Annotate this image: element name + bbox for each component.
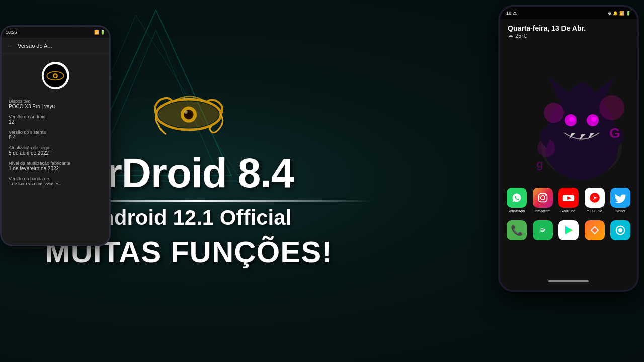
app-ytstudio-label: YT Studio [587, 209, 602, 213]
info-dispositivo-value: POCO X3 Pro | vayu [9, 104, 102, 109]
phone2-temperature: 25°C [515, 33, 528, 39]
phone1-time: 18:25 [6, 30, 17, 35]
app-twitter-wrap[interactable]: Twitter [609, 188, 632, 213]
info-security-label: Atualização de segu... [9, 145, 102, 150]
app-instagram-icon[interactable] [533, 188, 553, 208]
phone2-datetime: Quarta-feira, 13 De Abr. ☁ 25°C [500, 19, 637, 41]
app-phone-icon[interactable]: 📞 [507, 220, 527, 240]
info-security: Atualização de segu... 5 de abril de 202… [9, 145, 102, 156]
info-manufacturer: Nível da atualização fabricante 1 de fev… [9, 161, 102, 171]
main-title: crDroid 8.4 [84, 152, 293, 194]
phone1-logo-area [2, 54, 109, 95]
phone2-time: 18:25 [506, 11, 518, 16]
info-system-value: 8.4 [9, 135, 102, 140]
app-playstore-wrap[interactable] [557, 220, 580, 242]
svg-point-22 [569, 117, 574, 122]
app-twitter-icon[interactable] [610, 188, 630, 208]
info-security-value: 5 de abril de 2022 [9, 150, 102, 156]
app-whatsapp-icon[interactable] [507, 188, 527, 208]
app-whatsapp-wrap[interactable]: WhatsApp [505, 188, 528, 213]
phone2-screen: G g 18:25 ⚙ 🔔 📶 🔋 Quarta-feira, 13 De Ab… [500, 7, 637, 290]
app-four-wrap[interactable] [583, 220, 606, 242]
svg-text:G: G [609, 125, 620, 141]
info-dispositivo: Dispositivo POCO X3 Pro | vayu [9, 99, 102, 109]
info-dispositivo-label: Dispositivo [9, 99, 102, 104]
info-system: Versão do sistema 8.4 [9, 130, 102, 140]
app-spotify-icon[interactable] [533, 220, 553, 240]
app-row-1: WhatsApp Instagram [505, 188, 632, 213]
app-ytstudio-icon[interactable] [585, 188, 605, 208]
info-android-value: 12 [9, 119, 102, 125]
phone1-header-title: Versão do A... [18, 43, 52, 49]
app-phone-wrap[interactable]: 📞 [505, 220, 528, 242]
app-instagram-label: Instagram [535, 209, 550, 213]
phone1-info: Dispositivo POCO X3 Pro | vayu Versão do… [2, 95, 109, 195]
back-icon[interactable]: ← [7, 42, 14, 50]
app-row-2: 📞 [505, 220, 632, 242]
gengar-wallpaper-art: G g [531, 47, 632, 198]
svg-point-14 [184, 111, 187, 114]
app-youtube-wrap[interactable]: YouTube [557, 188, 580, 213]
svg-point-31 [540, 196, 544, 200]
phone2-statusbar: 18:25 ⚙ 🔔 📶 🔋 [500, 7, 637, 19]
svg-point-25 [599, 95, 624, 120]
svg-point-38 [593, 197, 595, 199]
info-band-value: 1.0.c3-00161-1106_2236_e... [9, 182, 102, 186]
info-manufacturer-label: Nível da atualização fabricante [9, 161, 102, 166]
app-youtube-label: YouTube [561, 209, 576, 213]
app-four-icon[interactable] [585, 220, 605, 240]
info-android-label: Versão do Android [9, 114, 102, 119]
phone2-date-text: Quarta-feira, 13 De Abr. [508, 24, 629, 32]
phone-symbol: 📞 [511, 224, 523, 236]
svg-marker-40 [565, 226, 573, 235]
crdroid-logo [148, 93, 229, 143]
phone2-status-icons: ⚙ 🔔 📶 🔋 [608, 11, 631, 16]
svg-point-24 [544, 103, 564, 123]
subtitle: Android 12.1 Official [86, 206, 291, 230]
svg-point-18 [54, 74, 57, 77]
app-circle-icon[interactable] [610, 220, 630, 240]
phone1-statusbar: 18:25 📶 🔋 [2, 27, 109, 38]
svg-point-43 [618, 228, 622, 232]
app-instagram-wrap[interactable]: Instagram [531, 188, 554, 213]
info-system-label: Versão do sistema [9, 130, 102, 135]
app-playstore-icon[interactable] [558, 220, 579, 240]
svg-point-32 [545, 194, 546, 196]
svg-text:g: g [536, 158, 543, 170]
phone2-device: G g 18:25 ⚙ 🔔 📶 🔋 Quarta-feira, 13 De Ab… [498, 5, 639, 292]
app-spotify-wrap[interactable] [531, 220, 554, 242]
logo-container [148, 93, 229, 145]
info-band: Versão da banda de... 1.0.c3-00161-1106_… [9, 176, 102, 186]
cloud-icon: ☁ [508, 32, 513, 39]
app-twitter-label: Twitter [615, 209, 626, 213]
phone2-apps: WhatsApp Instagram [500, 188, 637, 249]
phone1-screen: 18:25 📶 🔋 ← Versão do A... Dis [2, 27, 109, 245]
info-manufacturer-value: 1 de fevereiro de 2022 [9, 166, 102, 171]
phone2-home-indicator [548, 280, 589, 282]
app-youtube-icon[interactable] [558, 188, 579, 208]
phone1-app-logo [42, 62, 69, 89]
info-band-label: Versão da banda de... [9, 176, 102, 182]
app-circle-wrap[interactable] [609, 220, 632, 242]
info-android: Versão do Android 12 [9, 114, 102, 125]
phone2-weather: ☁ 25°C [508, 32, 629, 39]
phone1-header: ← Versão do A... [2, 38, 109, 54]
phone1-device: 18:25 📶 🔋 ← Versão do A... Dis [0, 25, 111, 246]
app-ytstudio-wrap[interactable]: YT Studio [583, 188, 606, 213]
app-whatsapp-label: WhatsApp [509, 209, 525, 213]
svg-point-23 [591, 117, 596, 122]
